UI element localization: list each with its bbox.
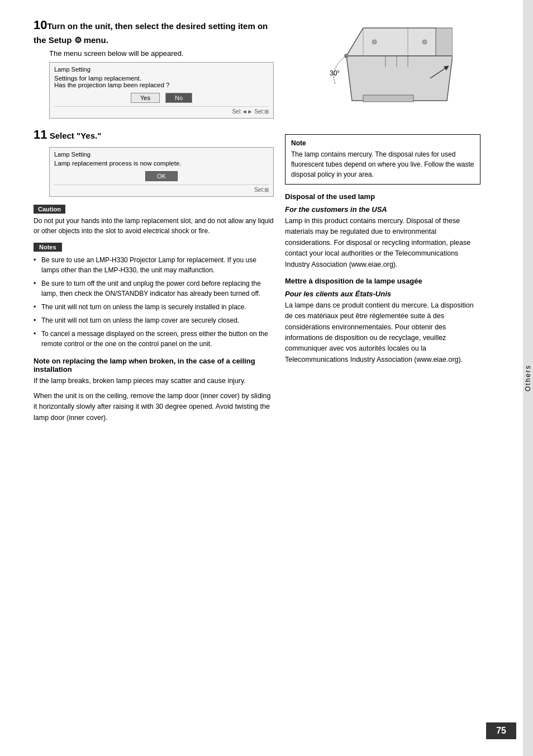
note-item-2: Be sure to turn off the unit and unplug … xyxy=(34,278,274,299)
note-replacing-para1: If the lamp breaks, broken lamp pieces m… xyxy=(34,376,274,386)
svg-text:30°: 30° xyxy=(330,69,340,77)
page-number: 75 xyxy=(486,722,516,739)
note-item-1: Be sure to use an LMP-H330 Projector Lam… xyxy=(34,255,274,275)
dialog1-footer: Sel:◄► Set:⊞ xyxy=(54,106,269,115)
note-replacing-para2: When the unit is on the ceiling, remove … xyxy=(34,391,274,423)
dialog2-title: Lamp Setting xyxy=(54,151,269,158)
svg-rect-1 xyxy=(436,28,453,56)
notes-list: Be sure to use an LMP-H330 Projector Lam… xyxy=(34,255,274,349)
notes-box: Notes Be sure to use an LMP-H330 Project… xyxy=(34,243,274,349)
dialog1-title: Lamp Setting xyxy=(54,66,269,73)
dialog2-body: Lamp replacement process is now complete… xyxy=(54,160,269,167)
note-mercury-text: The lamp contains mercury. The disposal … xyxy=(291,149,474,179)
step-10: 10Turn on the unit, then select the desi… xyxy=(34,17,274,119)
note-on-replacing-section: Note on replacing the lamp when broken, … xyxy=(34,357,274,424)
right-sidebar: Others xyxy=(523,0,533,756)
disposal-section-en: Disposal of the used lamp For the custom… xyxy=(285,192,480,270)
note-item-3: The unit will not turn on unless the lam… xyxy=(34,302,274,312)
setup-icon: ⚙ xyxy=(74,35,82,45)
note-item-4: The unit will not turn on unless the lam… xyxy=(34,315,274,325)
step10-heading-suffix: menu. xyxy=(84,35,108,45)
disposal-subheading-fr: Pour les clients aux États-Unis xyxy=(285,290,480,298)
disposal-subheading-en: For the customers in the USA xyxy=(285,205,480,214)
note-mercury-box: Note The lamp contains mercury. The disp… xyxy=(285,134,480,185)
note-item-5: To cancel a message displayed on the scr… xyxy=(34,329,274,349)
dialog2-footer: Set:⊞ xyxy=(54,185,269,193)
dialog1-yes-button[interactable]: Yes xyxy=(131,93,160,103)
step-11: 11 Select "Yes." Lamp Setting Lamp repla… xyxy=(34,126,274,197)
sidebar-label: Others xyxy=(524,365,532,391)
svg-point-7 xyxy=(372,40,377,44)
svg-point-8 xyxy=(422,40,427,44)
svg-rect-12 xyxy=(363,95,413,102)
caution-text: Do not put your hands into the lamp repl… xyxy=(34,216,274,236)
lamp-setting-dialog-2: Lamp Setting Lamp replacement process is… xyxy=(49,147,274,197)
caution-label: Caution xyxy=(34,205,65,214)
disposal-text-en: Lamp in this product contains mercury. D… xyxy=(285,216,480,270)
disposal-heading-fr: Mettre à disposition de la lampe usagée xyxy=(285,277,480,285)
notes-label: Notes xyxy=(34,243,62,252)
step10-subtext: The menu screen below will be appeared. xyxy=(49,49,274,58)
lamp-setting-dialog-1: Lamp Setting Settings for lamp replaceme… xyxy=(49,62,274,119)
svg-marker-2 xyxy=(346,56,453,101)
dialog1-body-line1: Settings for lamp replacement. xyxy=(54,75,269,82)
dialog1-no-button[interactable]: No xyxy=(165,93,192,103)
dialog1-body-line2: Has the projection lamp been replaced ? xyxy=(54,82,269,88)
lamp-diagram: 30° xyxy=(285,17,480,129)
caution-box: Caution Do not put your hands into the l… xyxy=(34,205,274,236)
disposal-section-fr: Mettre à disposition de la lampe usagée … xyxy=(285,277,480,365)
step-number-11: 11 xyxy=(34,127,47,141)
step11-heading: Select "Yes." xyxy=(50,131,102,140)
disposal-heading-en: Disposal of the used lamp xyxy=(285,192,480,201)
step10-heading: Turn on the unit, then select the desire… xyxy=(34,21,268,45)
note-mercury-title: Note xyxy=(291,139,474,147)
note-replacing-heading: Note on replacing the lamp when broken, … xyxy=(34,357,274,374)
disposal-text-fr: La lampe dans ce produit contient du mer… xyxy=(285,300,480,365)
dialog2-ok-button[interactable]: OK xyxy=(145,171,178,181)
step-number-10: 10 xyxy=(34,18,47,32)
